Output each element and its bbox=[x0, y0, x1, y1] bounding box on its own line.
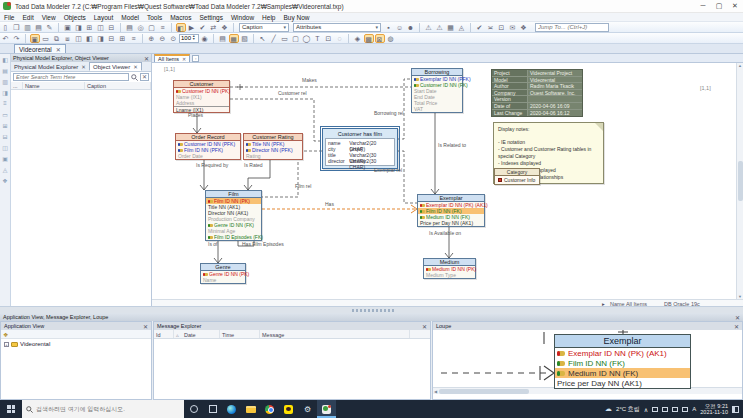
hierarchy-icon[interactable]: ◬ bbox=[457, 23, 467, 32]
dock-strip-icon-5[interactable]: ▭ bbox=[2, 111, 8, 122]
column-header-message[interactable]: Message bbox=[260, 330, 410, 338]
dock-strip-icon-1[interactable]: ▤ bbox=[2, 67, 8, 78]
script-icon[interactable]: ≡ bbox=[158, 23, 168, 32]
panel-close-icon[interactable]: ✕ bbox=[143, 323, 148, 330]
panel-close-icon[interactable]: ✕ bbox=[422, 323, 427, 330]
page-setup-icon[interactable]: ▢ bbox=[147, 23, 157, 32]
tab-close-icon[interactable]: ✕ bbox=[133, 64, 138, 70]
grid-snap-icon[interactable]: ⊠ bbox=[375, 34, 385, 43]
scrollbar-thumb[interactable] bbox=[439, 389, 529, 394]
category-box[interactable]: CategoryCustomer Info bbox=[494, 168, 540, 185]
file-explorer-button[interactable] bbox=[241, 400, 260, 418]
volume-icon[interactable] bbox=[682, 407, 688, 412]
scroll-up-icon[interactable]: ▲ bbox=[738, 63, 742, 68]
dock-strip-icon-9[interactable]: ▣ bbox=[2, 155, 8, 166]
self-relation-tool-icon[interactable]: ◫ bbox=[74, 34, 84, 43]
start-button[interactable] bbox=[0, 400, 22, 418]
add-attribute-icon[interactable]: ⊞ bbox=[85, 23, 95, 32]
dock-strip-icon-2[interactable]: ▥ bbox=[2, 78, 8, 89]
view-customer-has-film[interactable]: Customer has filmnameVarchar2(20 CHAR)ci… bbox=[322, 128, 398, 169]
menu-edit[interactable]: Edit bbox=[18, 14, 37, 21]
maximize-button[interactable]: ▢ bbox=[711, 2, 727, 10]
caption-dropdown[interactable]: Caption▾ bbox=[239, 23, 289, 32]
text-tool-icon[interactable]: T bbox=[313, 34, 323, 43]
dock-strip-icon-6[interactable]: ⊞ bbox=[2, 122, 7, 133]
tab-all-items[interactable]: All Items ✕ bbox=[154, 54, 190, 62]
mn-relation-tool-icon[interactable]: ◧ bbox=[85, 34, 95, 43]
redo-icon[interactable]: ↷ bbox=[12, 34, 22, 43]
minimize-button[interactable]: ─ bbox=[695, 2, 711, 10]
entity-medium[interactable]: MediumMedium ID NN (PK)Medium Type bbox=[423, 258, 476, 279]
zoom-level-input[interactable]: 100▲▼ bbox=[179, 34, 199, 43]
menu-tools[interactable]: Tools bbox=[143, 14, 166, 21]
search-icon[interactable] bbox=[131, 74, 138, 81]
list-tool-icon[interactable]: ≡ bbox=[129, 34, 139, 43]
identifying-relation-tool-icon[interactable]: ⧉ bbox=[52, 34, 62, 43]
dock-strip-icon-0[interactable]: ◧ bbox=[2, 56, 8, 67]
tab-close-icon[interactable]: ✕ bbox=[182, 56, 186, 62]
zoom-in-icon[interactable]: ⊕ bbox=[147, 34, 157, 43]
column-header-id[interactable]: Id bbox=[154, 330, 174, 338]
options-icon[interactable]: ❖ bbox=[519, 23, 529, 32]
menu-macros[interactable]: Macros bbox=[166, 14, 195, 21]
users-icon[interactable]: ☻ bbox=[406, 23, 416, 32]
weather-label[interactable]: 2°C 흐림 bbox=[616, 405, 640, 414]
onedrive-icon[interactable] bbox=[652, 407, 658, 412]
menu-settings[interactable]: Settings bbox=[195, 14, 227, 21]
column-header-time[interactable]: Time bbox=[220, 330, 260, 338]
generate-ddl-icon[interactable]: ▶ bbox=[187, 23, 197, 32]
loupe-icon[interactable]: ◈ bbox=[353, 34, 363, 43]
cortana-button[interactable] bbox=[184, 400, 203, 418]
zoom-spinner[interactable]: ▲▼ bbox=[192, 35, 195, 42]
column-header-caption[interactable]: Caption bbox=[85, 82, 151, 89]
ellipse-tool-icon[interactable]: ◯ bbox=[302, 34, 312, 43]
dock-strip-icon-8[interactable]: ◫ bbox=[2, 144, 8, 155]
warning-check-icon[interactable]: ⚠ bbox=[424, 23, 434, 32]
circle-tool-icon[interactable]: ◌ bbox=[335, 34, 345, 43]
menu-layout[interactable]: Layout bbox=[90, 14, 118, 21]
vertical-scrollbar[interactable]: ▲ ▼ bbox=[736, 63, 743, 299]
verify-icon[interactable]: ✔ bbox=[198, 23, 208, 32]
settings-button[interactable]: ⚙ bbox=[298, 400, 317, 418]
print-icon[interactable]: ▤ bbox=[125, 23, 135, 32]
menu-model[interactable]: Model bbox=[117, 14, 143, 21]
user-icon[interactable]: ☺ bbox=[395, 23, 405, 32]
menu-window[interactable]: Window bbox=[227, 14, 258, 21]
dock-strip-icon-4[interactable]: ≡ bbox=[3, 100, 7, 111]
entity-customer-rating[interactable]: Customer RatingTitle NN (PFK)Director NN… bbox=[243, 133, 303, 160]
add-key-icon[interactable]: ⊟ bbox=[107, 23, 117, 32]
edge-button[interactable] bbox=[222, 400, 241, 418]
column-header-name[interactable]: Name bbox=[23, 82, 85, 89]
menu-objects[interactable]: Objects bbox=[60, 14, 90, 21]
expander-icon[interactable]: + bbox=[4, 342, 9, 347]
display-level-icon[interactable]: ▤ bbox=[218, 34, 228, 43]
dock-close-icon[interactable]: ✕ bbox=[735, 314, 740, 321]
scrollbar-thumb[interactable] bbox=[738, 161, 743, 201]
entity-exemplar[interactable]: ExemplarExemplar ID NN (PK) (AK1)Film ID… bbox=[417, 194, 485, 227]
warning-users-icon[interactable]: ⚠ bbox=[435, 23, 445, 32]
print-preview-icon[interactable]: ◎ bbox=[136, 23, 146, 32]
tree-item-videorental[interactable]: + Videorental bbox=[1, 339, 151, 349]
entity-tool-icon[interactable]: ▣ bbox=[30, 34, 40, 43]
lock-icon[interactable]: ▪ bbox=[384, 23, 394, 32]
new-model-icon[interactable]: ▯ bbox=[1, 23, 11, 32]
tab-object-viewer[interactable]: Object Viewer✕ bbox=[89, 62, 142, 71]
menu-view[interactable]: View bbox=[38, 14, 60, 21]
tab-close-icon[interactable]: ✕ bbox=[81, 64, 86, 70]
open-model-icon[interactable]: ❒ bbox=[12, 23, 22, 32]
entity-customer[interactable]: CustomerCustomer ID NN (PK)Name (IX1)Add… bbox=[173, 80, 230, 113]
ime-indicator[interactable]: A bbox=[692, 406, 696, 412]
tab-physical-model-explorer[interactable]: Physical Model Explorer✕ bbox=[11, 62, 89, 71]
frame-tool-icon[interactable]: ⊡ bbox=[324, 34, 334, 43]
taskbar-search-input[interactable] bbox=[36, 406, 176, 412]
column-header-dots[interactable]: ... bbox=[11, 82, 23, 89]
view-relation-tool-icon[interactable]: ◨ bbox=[96, 34, 106, 43]
close-button[interactable]: ✕ bbox=[727, 2, 743, 10]
panel-close-icon[interactable]: ✕ bbox=[144, 55, 149, 62]
save-all-icon[interactable]: ▤ bbox=[34, 23, 44, 32]
compare-icon[interactable]: ⇄ bbox=[209, 23, 219, 32]
network-icon[interactable] bbox=[672, 407, 678, 412]
rules-icon[interactable]: ▦ bbox=[446, 23, 456, 32]
add-view-icon[interactable]: ◨ bbox=[74, 23, 84, 32]
overview-icon[interactable]: ▩ bbox=[364, 34, 374, 43]
